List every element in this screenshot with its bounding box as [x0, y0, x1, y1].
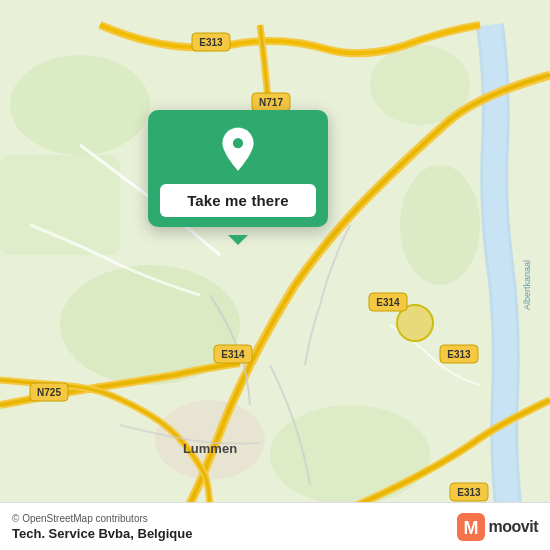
- bottom-left: © OpenStreetMap contributors Tech. Servi…: [12, 513, 192, 541]
- osm-attribution: © OpenStreetMap contributors: [12, 513, 192, 524]
- popup-card: Take me there: [148, 110, 328, 227]
- moovit-logo: M moovit: [457, 513, 538, 541]
- svg-text:N717: N717: [259, 97, 283, 108]
- svg-text:Lummen: Lummen: [183, 441, 237, 456]
- svg-point-1: [10, 55, 150, 155]
- svg-text:M: M: [463, 518, 478, 538]
- map-svg: E313 N717 E314 E314 E313 E313 N725 Lumme…: [0, 0, 550, 550]
- svg-text:N725: N725: [37, 387, 61, 398]
- svg-point-6: [400, 165, 480, 285]
- moovit-icon: M: [457, 513, 485, 541]
- svg-text:E314: E314: [376, 297, 400, 308]
- svg-text:E314: E314: [221, 349, 245, 360]
- take-me-there-button[interactable]: Take me there: [160, 184, 316, 217]
- svg-text:E313: E313: [199, 37, 223, 48]
- svg-text:E313: E313: [447, 349, 471, 360]
- svg-rect-5: [0, 155, 120, 255]
- map-container: E313 N717 E314 E314 E313 E313 N725 Lumme…: [0, 0, 550, 550]
- svg-point-25: [232, 137, 244, 149]
- moovit-text: moovit: [489, 518, 538, 536]
- bottom-bar: © OpenStreetMap contributors Tech. Servi…: [0, 502, 550, 550]
- location-name: Tech. Service Bvba, Belgique: [12, 526, 192, 541]
- svg-text:E313: E313: [457, 487, 481, 498]
- location-pin-icon: [214, 126, 262, 174]
- svg-text:Albertkanaal: Albertkanaal: [522, 260, 532, 310]
